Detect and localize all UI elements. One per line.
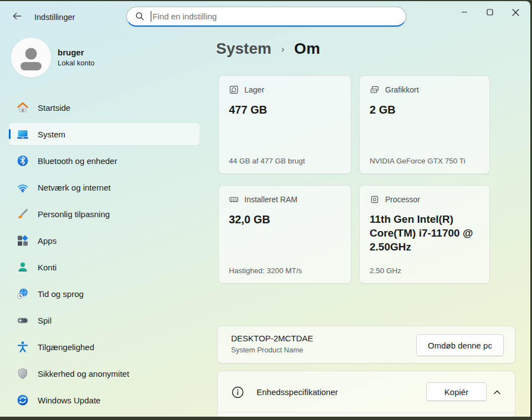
cpu-card: Processor 11th Gen Intel(R) Core(TM) i7-… [359, 185, 490, 284]
card-label: Installeret RAM [244, 195, 298, 204]
minimize-icon [461, 9, 468, 16]
chevron-up-icon[interactable] [493, 388, 502, 397]
user-subtitle: Lokal konto [58, 59, 95, 67]
settings-window: Indstillinger [0, 1, 530, 417]
copy-button[interactable]: Kopiér [426, 382, 487, 401]
search-input[interactable] [152, 12, 398, 21]
storage-icon [229, 85, 239, 95]
sidebar-item-network[interactable]: Netværk og internet [9, 176, 200, 198]
shield-icon [16, 367, 29, 380]
time-language-icon [16, 287, 29, 300]
device-subtitle: System Product Name [231, 346, 303, 354]
gamepad-icon [16, 314, 29, 327]
specs-expanded-content [217, 412, 515, 417]
card-label: Processor [385, 195, 420, 204]
card-footer: 44 GB af 477 GB brugt [229, 157, 305, 165]
sidebar-item-time-language[interactable]: Tid og sprog [9, 283, 200, 305]
user-avatar [11, 38, 51, 78]
card-footer: NVIDIA GeForce GTX 750 Ti [370, 157, 466, 165]
close-button[interactable] [503, 1, 528, 23]
specs-title: Enhedsspecifikationer [257, 387, 338, 397]
card-value: 2 GB [370, 103, 479, 117]
gpu-icon [370, 85, 380, 95]
sidebar-item-bluetooth[interactable]: Bluetooth og enheder [9, 150, 200, 172]
home-icon [16, 101, 29, 114]
card-value: 32,0 GB [229, 212, 341, 227]
breadcrumb-separator-icon: › [281, 44, 284, 54]
sidebar-item-personalization[interactable]: Personlig tilpasning [9, 203, 200, 225]
cpu-icon [370, 194, 380, 204]
app-title: Indstillinger [34, 13, 75, 22]
minimize-button[interactable] [452, 1, 477, 23]
sidebar-item-system[interactable]: System [9, 123, 200, 145]
sidebar-item-label: Windows Update [38, 396, 100, 405]
card-label: Grafikkort [385, 85, 419, 94]
sidebar-item-apps[interactable]: Apps [9, 229, 200, 252]
titlebar: Indstillinger [0, 1, 530, 31]
close-icon [512, 9, 519, 16]
ram-icon [229, 194, 239, 204]
sidebar-item-privacy[interactable]: Sikkerhed og anonymitet [9, 362, 200, 385]
sidebar-item-accessibility[interactable]: Tilgængelighed [9, 336, 200, 358]
sidebar-item-label: Spil [38, 316, 52, 325]
sidebar-item-startside[interactable]: Startside [9, 96, 200, 119]
device-name: DESKTOP-2MCTDAE [231, 334, 313, 343]
sidebar-item-windows-update[interactable]: Windows Update [9, 389, 200, 411]
device-specs-expander[interactable]: Enhedsspecifikationer Kopiér [217, 371, 515, 412]
arrow-left-icon [12, 11, 23, 24]
search-box[interactable] [126, 7, 406, 27]
sidebar-item-label: System [38, 130, 65, 139]
accounts-icon [16, 260, 29, 274]
gpu-card: Grafikkort 2 GB NVIDIA GeForce GTX 750 T… [359, 75, 490, 174]
card-footer: Hastighed: 3200 MT/s [229, 267, 302, 275]
paintbrush-icon [16, 207, 29, 221]
info-icon [231, 386, 244, 399]
user-name: bruger [58, 48, 84, 57]
storage-card: Lager 477 GB 44 GB af 477 GB brugt [218, 75, 351, 174]
sidebar-item-label: Personlig tilpasning [38, 209, 110, 219]
sidebar-item-label: Netværk og internet [38, 183, 111, 192]
user-account-block[interactable]: bruger Lokal konto [11, 37, 200, 79]
sidebar-item-label: Startside [38, 103, 70, 112]
card-footer: 2.50 GHz [370, 267, 401, 275]
card-value: 477 GB [229, 103, 341, 117]
card-label: Lager [244, 85, 264, 94]
sidebar-item-label: Bluetooth og enheder [38, 156, 117, 166]
breadcrumb: System › Om [216, 40, 320, 58]
maximize-icon [487, 9, 493, 16]
sidebar-item-accounts[interactable]: Konti [9, 256, 200, 278]
back-button[interactable] [9, 9, 25, 25]
window-controls [452, 1, 528, 24]
sidebar-item-label: Tid og sprog [38, 289, 84, 299]
sidebar-item-label: Sikkerhed og anonymitet [38, 369, 129, 378]
rename-pc-button[interactable]: Omdøb denne pc [416, 334, 504, 356]
network-icon [16, 181, 29, 194]
accessibility-icon [16, 340, 29, 354]
apps-icon [16, 234, 29, 247]
card-value: 11th Gen Intel(R) Core(TM) i7-11700 @ 2.… [370, 212, 479, 254]
selected-indicator [9, 129, 11, 139]
sidebar-item-label: Konti [38, 263, 57, 272]
magnifier-icon [135, 11, 145, 22]
update-icon [16, 393, 29, 407]
page-title: Om [294, 40, 320, 57]
breadcrumb-parent[interactable]: System [216, 40, 272, 57]
sidebar-item-label: Apps [38, 236, 57, 245]
bluetooth-icon [16, 154, 29, 167]
maximize-button[interactable] [477, 1, 503, 23]
system-icon [16, 127, 29, 141]
sidebar-nav: Startside System Bluetooth og enheder Ne… [9, 96, 200, 416]
sidebar-item-gaming[interactable]: Spil [9, 309, 200, 331]
device-name-card: DESKTOP-2MCTDAE System Product Name Omdø… [217, 326, 515, 363]
sidebar-item-label: Tilgængelighed [38, 342, 94, 352]
ram-card: Installeret RAM 32,0 GB Hastighed: 3200 … [218, 185, 351, 284]
text-caret [151, 11, 151, 22]
